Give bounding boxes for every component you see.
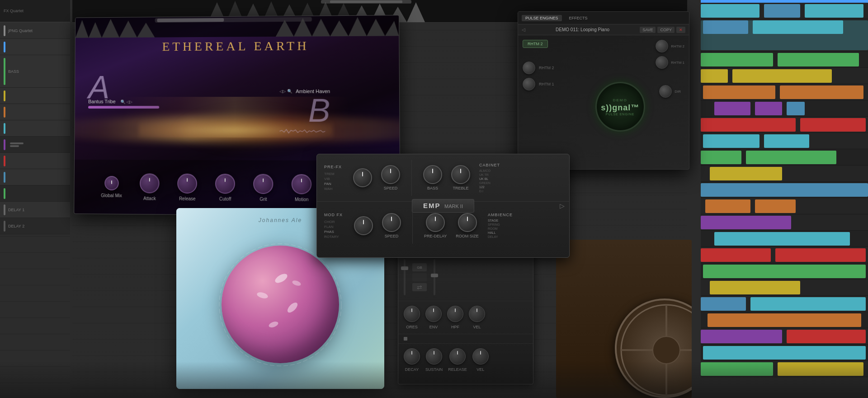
emp-roomsize-knob[interactable] xyxy=(458,213,477,232)
ee-grit-group: Grit xyxy=(253,174,273,202)
signal-logo-brand: s))gnal™ xyxy=(601,103,639,113)
synth-vel1-knob[interactable] xyxy=(469,306,485,322)
synth-release-group: RELEASE xyxy=(448,348,467,372)
track-label-11: DELAY 1 xyxy=(0,202,70,218)
emp-amb-spring: SPRING xyxy=(488,223,513,226)
ee-section-b: ◁▷ 🔍 Ambient Haven B xyxy=(279,89,330,138)
track-clip xyxy=(764,134,809,148)
track-clip-row-7 xyxy=(701,117,868,133)
synth-vel1-group: VEL xyxy=(469,306,485,329)
track-clip xyxy=(787,330,866,343)
signal-rhtm1-knob-label: RHTM 1 xyxy=(539,82,554,86)
ee-cutoff-knob[interactable] xyxy=(215,174,235,194)
emp-prefx-title: PRE-FX xyxy=(324,165,342,169)
emp-opt-wah: WAH xyxy=(324,187,342,191)
synth-fx-btn-3[interactable]: ⇄ xyxy=(412,283,427,291)
signal-rhtm1-right-knob[interactable] xyxy=(656,56,668,69)
signal-save-btn[interactable]: SAVE xyxy=(640,27,656,33)
emp-prefx-knob-group xyxy=(353,168,372,187)
emp-cab-almco: ALMCO xyxy=(479,169,500,172)
emp-amb-stage: STAGE xyxy=(488,219,513,222)
right-track-clips xyxy=(701,3,868,398)
synth-ores-knob[interactable] xyxy=(404,306,420,322)
emp-roomsize-knob-group: ROOM SIZE xyxy=(456,213,479,238)
emp-bass-knob[interactable] xyxy=(423,165,442,184)
track-label-3: BASS xyxy=(0,55,70,88)
ee-letter-b: B xyxy=(279,94,330,127)
synth-decay-knob[interactable] xyxy=(404,348,420,365)
emp-predelay-knob[interactable] xyxy=(426,213,445,232)
synth-sustain-group: SUSTAIN xyxy=(425,348,443,372)
tape-reel-svg xyxy=(617,300,692,398)
emp-cab-122: 122 xyxy=(479,185,500,189)
track-clip xyxy=(746,151,836,164)
svg-point-32 xyxy=(653,336,680,364)
ee-release-knob[interactable] xyxy=(177,173,197,193)
ee-cutoff-label: Cutoff xyxy=(219,196,231,201)
signal-rhtm2-knob[interactable] xyxy=(523,62,535,74)
synth-env-knob[interactable] xyxy=(425,306,442,322)
ee-release-group: Release xyxy=(177,173,197,201)
track-name-3: BASS xyxy=(8,69,19,74)
track-clip-row-22 xyxy=(701,361,868,377)
emp-speed-knob[interactable] xyxy=(381,165,400,184)
emp-bass-label: BASS xyxy=(427,186,438,190)
track-clip xyxy=(701,362,773,376)
signal-rhtm2-knob-row: RHTM 2 xyxy=(523,62,585,74)
emp-prefx-knob[interactable] xyxy=(353,168,372,187)
signal-delete-btn[interactable]: ✕ xyxy=(676,27,685,33)
track-clip xyxy=(703,20,748,34)
emp-speed2-knob[interactable] xyxy=(382,213,401,232)
synth-sustain-knob[interactable] xyxy=(426,348,442,365)
ee-attack-knob[interactable] xyxy=(140,173,160,193)
emp-speed-knob-group: SPEED xyxy=(381,165,400,190)
emp-treble-knob[interactable] xyxy=(451,165,470,184)
synth-fader-handle[interactable] xyxy=(401,266,408,270)
emp-amb-hall: HALL xyxy=(488,231,513,234)
left-tracks-panel: FX Quartet jPNG Quartet BASS DELAY 1 xyxy=(0,0,70,398)
signal-rhtm2-right-knob[interactable] xyxy=(656,40,668,52)
svg-rect-17 xyxy=(157,18,224,22)
synth-ores-label: ORES xyxy=(406,325,418,329)
synth-fader2-track xyxy=(434,259,435,295)
track-clip-row-11 xyxy=(701,182,868,198)
track-clip-row-2 xyxy=(701,19,868,52)
track-clip-row-19 xyxy=(701,312,868,328)
signal-main-content: RHTM 2 RHTM 2 RHTM 1 DEMO s))gnal™ P xyxy=(518,35,689,169)
ee-motion-knob[interactable] xyxy=(292,174,312,194)
emp-top-section: PRE-FX TREM VIB PAN WAH SPEED BASS TREBL xyxy=(317,154,569,202)
track-clip-row-15 xyxy=(701,247,868,263)
signal-rhtm2-btn[interactable]: RHTM 2 xyxy=(523,40,548,48)
track-clip xyxy=(714,232,850,246)
track-label-10 xyxy=(0,185,70,202)
emp-modfx-knob[interactable] xyxy=(354,216,373,235)
synth-fx-btn-2[interactable] xyxy=(412,273,427,281)
synth-fx-btn-1[interactable]: GB xyxy=(412,263,427,271)
signal-tabs-bar: PULSE ENGINES EFFECTS xyxy=(518,12,689,24)
synth-panel: FX GB ⇄ ORES xyxy=(398,240,533,384)
synth-hpf-knob[interactable] xyxy=(447,306,463,322)
emp-ambience-title: AMBIENCE xyxy=(488,213,513,217)
track-clip xyxy=(703,265,866,278)
ee-grit-knob[interactable] xyxy=(253,174,273,194)
emp-plugin: PRE-FX TREM VIB PAN WAH SPEED BASS TREBL xyxy=(316,154,570,258)
signal-prev-arrow[interactable]: ◁ xyxy=(522,27,525,32)
signal-copy-btn[interactable]: COPY xyxy=(657,27,675,33)
track-row-header: FX Quartet xyxy=(0,0,70,23)
signal-dir-knob[interactable] xyxy=(659,85,672,98)
signal-rhtm1-knob[interactable] xyxy=(523,78,535,90)
synth-vel2-knob[interactable] xyxy=(472,348,489,365)
track-name-11: DELAY 1 xyxy=(8,208,24,212)
synth-vel2-group: VEL xyxy=(472,348,489,372)
synth-release-knob[interactable] xyxy=(449,348,466,365)
ee-grit-label: Grit xyxy=(259,196,267,201)
remaining-tracks xyxy=(0,234,70,398)
signal-left-panel: RHTM 2 RHTM 2 RHTM 1 xyxy=(518,35,589,169)
ee-global-knob[interactable] xyxy=(104,175,119,190)
track-label-6 xyxy=(0,120,70,137)
signal-tab-pulse[interactable]: PULSE ENGINES xyxy=(522,15,562,21)
track-clip-row-4 xyxy=(701,68,868,84)
synth-knob-row-1: ORES ENV HPF VEL xyxy=(398,301,533,334)
synth-fader2-handle[interactable] xyxy=(431,274,438,277)
signal-tab-effects[interactable]: EFFECTS xyxy=(566,15,591,21)
